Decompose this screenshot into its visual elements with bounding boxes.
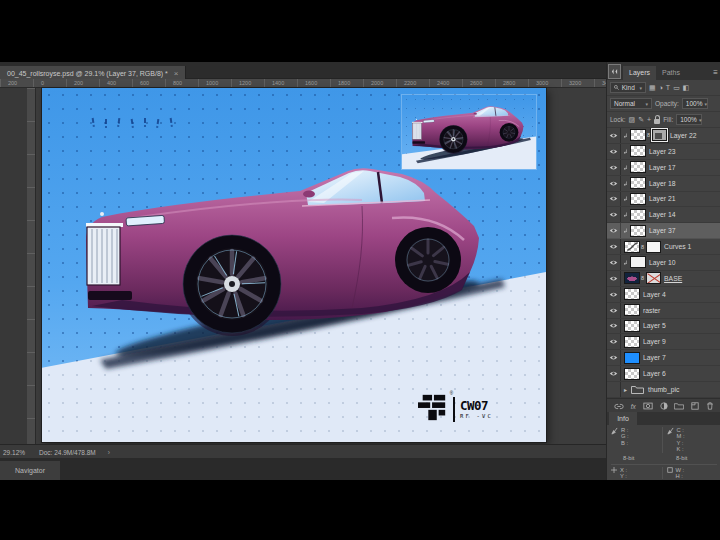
eye-icon[interactable]	[607, 271, 621, 286]
add-mask-icon[interactable]	[643, 402, 653, 410]
zoom-level-field[interactable]: 29.12%	[3, 449, 35, 456]
status-flyout-arrow[interactable]: ›	[108, 449, 110, 456]
tab-paths[interactable]: Paths	[656, 66, 686, 80]
layer-row[interactable]: ↳Layer 21	[607, 192, 720, 208]
layer-name[interactable]: thumb_pic	[648, 386, 679, 393]
layer-row[interactable]: ↳Layer 10	[607, 255, 720, 271]
layer-row[interactable]: Layer 7	[607, 350, 720, 366]
layer-thumbnail[interactable]	[630, 225, 646, 237]
navigator-panel-tab[interactable]: Navigator	[0, 461, 60, 480]
mask-link-icon[interactable]: 8	[641, 244, 644, 250]
delete-layer-icon[interactable]	[706, 402, 714, 410]
lock-paint-icon[interactable]: ✎	[638, 116, 644, 123]
layer-row[interactable]: Layer 6	[607, 366, 720, 382]
adjustment-layer-icon[interactable]	[660, 402, 668, 410]
layer-thumbnail[interactable]	[624, 241, 640, 253]
eye-icon[interactable]	[607, 319, 621, 334]
eye-icon[interactable]	[607, 144, 621, 159]
tab-layers[interactable]: Layers	[623, 66, 656, 80]
layer-row[interactable]: ↳8Layer 22	[607, 128, 720, 144]
filter-pixel-icon[interactable]: ▦	[649, 84, 656, 91]
eye-icon[interactable]	[607, 255, 621, 270]
layer-row[interactable]: 8BASE	[607, 271, 720, 287]
layer-thumbnail[interactable]	[630, 209, 646, 221]
tab-close-icon[interactable]: ×	[174, 69, 179, 78]
layer-thumbnail[interactable]	[624, 368, 640, 380]
layer-row[interactable]: ↳Layer 17	[607, 160, 720, 176]
layer-mask-thumbnail[interactable]	[652, 129, 667, 141]
layer-name[interactable]: Layer 14	[649, 211, 675, 218]
layer-row[interactable]: ↳Layer 37	[607, 223, 720, 239]
layer-styles-icon[interactable]: fx	[631, 403, 636, 410]
artboard-canvas[interactable]: ® CW07 RF -VC	[42, 88, 546, 442]
new-group-icon[interactable]	[674, 402, 684, 410]
layer-name[interactable]: Curves 1	[664, 243, 691, 250]
filter-kind-select[interactable]: Kind ▾	[610, 82, 646, 93]
folder-icon[interactable]	[630, 383, 645, 395]
lock-transparency-icon[interactable]: ▨	[629, 116, 636, 123]
eye-icon[interactable]	[607, 287, 621, 302]
layer-thumbnail[interactable]	[630, 145, 646, 157]
eye-icon[interactable]	[607, 192, 621, 207]
info-panel-tab[interactable]: Info	[609, 412, 637, 425]
layer-name[interactable]: Layer 21	[649, 195, 675, 202]
layer-row[interactable]: raster	[607, 303, 720, 319]
mask-link-icon[interactable]: 8	[647, 132, 650, 138]
layer-name[interactable]: Layer 23	[649, 148, 675, 155]
layer-thumbnail[interactable]	[624, 304, 640, 316]
eye-icon[interactable]	[607, 334, 621, 349]
layer-name[interactable]: Layer 37	[649, 227, 675, 234]
opacity-value-field[interactable]: 100% ▾	[682, 98, 708, 109]
layer-thumbnail[interactable]	[624, 288, 640, 300]
fill-value-field[interactable]: 100% ▾	[676, 114, 702, 125]
layer-name[interactable]: raster	[643, 307, 660, 314]
layer-thumbnail[interactable]	[630, 161, 646, 173]
filter-type-icon[interactable]: T	[666, 84, 670, 91]
layer-thumbnail[interactable]	[630, 129, 646, 141]
group-expand-arrow-icon[interactable]: ▸	[621, 386, 630, 393]
eye-icon[interactable]	[607, 207, 621, 222]
eye-icon[interactable]	[607, 128, 621, 143]
layer-row[interactable]: Layer 9	[607, 334, 720, 350]
layer-row[interactable]: ↳Layer 23	[607, 144, 720, 160]
layer-thumbnail[interactable]	[624, 336, 640, 348]
layer-mask-thumbnail[interactable]	[646, 241, 661, 253]
filter-smart-object-icon[interactable]: ◧	[683, 84, 690, 91]
layer-name[interactable]: Layer 18	[649, 180, 675, 187]
layer-name[interactable]: Layer 10	[649, 259, 675, 266]
layer-name[interactable]: Layer 6	[643, 370, 666, 377]
panel-menu-icon[interactable]: ≡	[713, 66, 718, 80]
layer-name[interactable]: Layer 5	[643, 322, 666, 329]
dock-collapse-icon[interactable]	[608, 64, 621, 79]
layer-name[interactable]: BASE	[664, 275, 682, 282]
layer-mask-thumbnail[interactable]	[646, 272, 661, 284]
link-layers-icon[interactable]	[614, 403, 624, 410]
layer-name[interactable]: Layer 7	[643, 354, 666, 361]
lock-position-icon[interactable]: +	[647, 116, 651, 123]
layer-thumbnail[interactable]	[624, 320, 640, 332]
layer-name[interactable]: Layer 4	[643, 291, 666, 298]
new-layer-icon[interactable]	[691, 402, 699, 410]
layer-row[interactable]: ▸thumb_pic	[607, 382, 720, 398]
layer-thumbnail[interactable]	[624, 272, 640, 284]
layer-name[interactable]: Layer 17	[649, 164, 675, 171]
blend-mode-select[interactable]: Normal ▾	[610, 98, 652, 109]
layer-row[interactable]: Layer 5	[607, 319, 720, 335]
eye-icon[interactable]	[607, 303, 621, 318]
filter-adjustment-icon[interactable]: ◑	[659, 84, 663, 91]
layer-thumbnail[interactable]	[630, 256, 646, 268]
filter-shape-icon[interactable]: ▭	[673, 84, 680, 91]
lock-all-icon[interactable]	[654, 119, 660, 124]
layer-thumbnail[interactable]	[630, 177, 646, 189]
eye-icon[interactable]	[607, 366, 621, 381]
layer-name[interactable]: Layer 9	[643, 338, 666, 345]
layer-row[interactable]: Layer 4	[607, 287, 720, 303]
eye-icon[interactable]	[607, 350, 621, 365]
eye-icon[interactable]	[607, 176, 621, 191]
layer-row[interactable]: ↳Layer 18	[607, 176, 720, 192]
layer-name[interactable]: Layer 22	[670, 132, 696, 139]
mask-link-icon[interactable]: 8	[641, 275, 644, 281]
eye-icon[interactable]	[607, 223, 621, 238]
eye-icon[interactable]	[607, 160, 621, 175]
layer-row[interactable]: ↳Layer 14	[607, 207, 720, 223]
